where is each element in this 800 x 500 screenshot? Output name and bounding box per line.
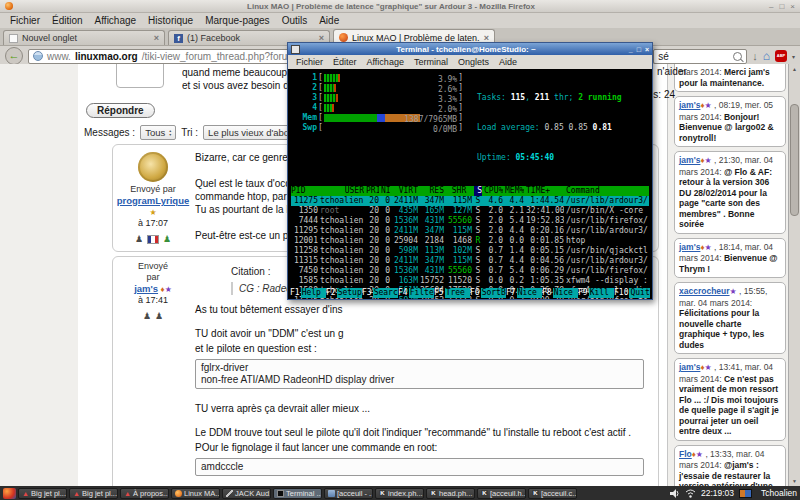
taskbar-button[interactable]: [acceuil - ... — [324, 488, 373, 499]
terminal-minimize-button[interactable]: _ — [629, 45, 633, 54]
menu-item[interactable]: Historique — [142, 15, 199, 26]
function-key-number: F10 — [614, 288, 629, 298]
function-key[interactable]: F4Filter — [398, 288, 434, 298]
page-scrollbar[interactable]: ▲ ▼ — [788, 64, 800, 486]
htop-header-cell: TIME+ — [526, 186, 564, 196]
shoutbox-message: jam's♦★ , 18:14, mar. 04 mars 2014: Bien… — [674, 238, 786, 279]
menu-item[interactable]: Affichage — [89, 15, 143, 26]
htop-table-header: PIDUSERPRINIVIRTRESSHRSCPU%MEM%TIME+Comm… — [291, 186, 649, 196]
taskbar-button[interactable]: Big jet pl... — [18, 488, 67, 499]
menu-item[interactable]: Fichier — [4, 15, 46, 26]
function-key-label: Nice - — [517, 288, 542, 298]
meter-bar: 2.6% — [323, 84, 458, 92]
chat-user-link[interactable]: jam's — [679, 100, 700, 110]
terminal-menu-item[interactable]: Onglets — [453, 57, 494, 67]
terminal-titlebar[interactable]: Terminal - tchoalien@HomeStudio: ~ _ □ × — [288, 43, 652, 55]
chat-user-link[interactable]: jam's — [679, 362, 700, 372]
tab-label: Linux MAO | Problème de laten... — [352, 33, 480, 43]
restore-button[interactable]: □ — [779, 2, 784, 11]
cell-ni: 0 — [381, 226, 390, 236]
adblock-icon[interactable]: ABP — [775, 50, 787, 62]
clock[interactable]: 22:19:03 — [701, 488, 734, 498]
htop-meter: 1 [ 3.9% ] — [291, 73, 463, 83]
taskbar-button[interactable]: Terminal ... — [273, 488, 322, 499]
terminal-icon — [291, 45, 300, 54]
taskbar-button[interactable]: JACK Aud... — [222, 488, 271, 499]
scroll-down-icon[interactable]: ▼ — [789, 476, 800, 486]
chat-user-link[interactable]: jam's — [679, 155, 700, 165]
tab-close-icon[interactable]: × — [484, 33, 489, 43]
spinner-icon[interactable]: ▴ ▾ — [169, 129, 171, 137]
function-key-number: F7 — [506, 288, 517, 298]
downloads-icon[interactable]: ↓ — [752, 51, 758, 62]
taskbar-button-label: [acceuil.h... — [490, 489, 526, 498]
terminal-menu-item[interactable]: Aide — [494, 57, 522, 67]
function-key-label: Setup — [337, 288, 362, 298]
meter-label: 2 — [291, 83, 318, 93]
terminal-menu-item[interactable]: Fichier — [291, 57, 328, 67]
terminal-menu-item[interactable]: Terminal — [409, 57, 453, 67]
search-icon[interactable] — [733, 52, 742, 61]
function-key-number: F3 — [362, 288, 373, 298]
menu-item[interactable]: Aide — [313, 15, 345, 26]
terminal-menu-item[interactable]: Affichage — [362, 57, 409, 67]
chat-user-link[interactable]: jam's — [679, 242, 700, 252]
taskbar-button[interactable]: [acceuil.h... — [477, 488, 526, 499]
taskbar-button[interactable]: [acceuil.c... — [528, 488, 577, 499]
home-icon[interactable]: ⌂ — [763, 50, 770, 62]
workspace-switcher-icon[interactable] — [739, 489, 752, 498]
close-button[interactable]: × — [790, 2, 795, 11]
cell-pid: 1350 — [291, 206, 318, 216]
menu-item[interactable]: Édition — [46, 15, 89, 26]
taskbar-button[interactable]: Big jet pl... — [69, 488, 118, 499]
adblock-caret-icon[interactable]: ▾ — [792, 53, 795, 60]
htop-process-row: 12001 tchoalien 20 0 25904 2184 1468 R 2… — [291, 236, 649, 246]
cell-mem: 0.0 — [505, 236, 524, 246]
scroll-up-icon[interactable]: ▲ — [789, 64, 800, 74]
author-link[interactable]: programLyrique — [117, 195, 190, 206]
function-key[interactable]: F1Help — [290, 288, 326, 298]
minimize-button[interactable]: – — [769, 2, 773, 11]
author-link[interactable]: jam's — [134, 283, 158, 294]
htop-process-row: 7450 tchoalien 20 0 1536M 431M 55560 S 0… — [291, 266, 649, 276]
function-key[interactable]: F2Setup — [326, 288, 362, 298]
terminal-menu-item[interactable]: Éditer — [328, 57, 362, 67]
cell-shr: 55560 — [446, 266, 472, 276]
chat-user-link[interactable]: xaccrocheur — [679, 286, 730, 296]
scrollbar-thumb[interactable] — [790, 104, 799, 216]
volume-icon[interactable] — [670, 489, 680, 498]
taskbar-button[interactable]: head.ph... — [426, 488, 475, 499]
menu-item[interactable]: Outils — [276, 15, 314, 26]
cell-user: tchoalien — [320, 246, 364, 256]
taskbar-button[interactable]: À propos... — [120, 488, 169, 499]
wifi-icon[interactable] — [685, 489, 696, 498]
function-key[interactable]: F8Nice + — [542, 288, 578, 298]
terminal-maximize-button[interactable]: □ — [637, 45, 641, 54]
meter-label: Swp — [291, 123, 318, 133]
search-input[interactable]: sé — [653, 49, 747, 64]
taskbar-button[interactable]: index.ph... — [375, 488, 424, 499]
htop-header-cell: USER — [320, 186, 364, 196]
function-key[interactable]: F5Tree — [434, 288, 470, 298]
chat-user-link[interactable]: Flo — [679, 449, 692, 459]
function-key-number: F4 — [398, 288, 409, 298]
browser-tab[interactable]: Nouvel onglet × — [3, 30, 165, 45]
function-key[interactable]: F10Quit — [614, 288, 650, 298]
terminal-close-button[interactable]: × — [645, 45, 649, 54]
function-key[interactable]: F7Nice - — [506, 288, 542, 298]
reply-button[interactable]: Répondre — [86, 103, 155, 118]
menu-item[interactable]: Marque-pages — [199, 15, 275, 26]
function-key[interactable]: F3Search — [362, 288, 398, 298]
cell-time: 0:20.16 — [526, 226, 564, 236]
function-key[interactable]: F9Kill — [578, 288, 614, 298]
window-titlebar[interactable]: Linux MAO | Problème de latence "graphiq… — [0, 0, 800, 13]
meter-bar: 3.3% — [323, 94, 458, 102]
applications-menu-icon[interactable] — [3, 488, 16, 499]
messages-select[interactable]: Tous ▴ ▾ — [140, 125, 176, 140]
tab-close-icon[interactable]: × — [154, 33, 159, 43]
function-key[interactable]: F6SortBy — [470, 288, 506, 298]
taskbar-button[interactable]: Linux MA... — [171, 488, 220, 499]
cell-virt: 435M — [392, 206, 418, 216]
back-button[interactable]: ← — [5, 47, 23, 65]
cell-res: 347M — [420, 256, 444, 266]
